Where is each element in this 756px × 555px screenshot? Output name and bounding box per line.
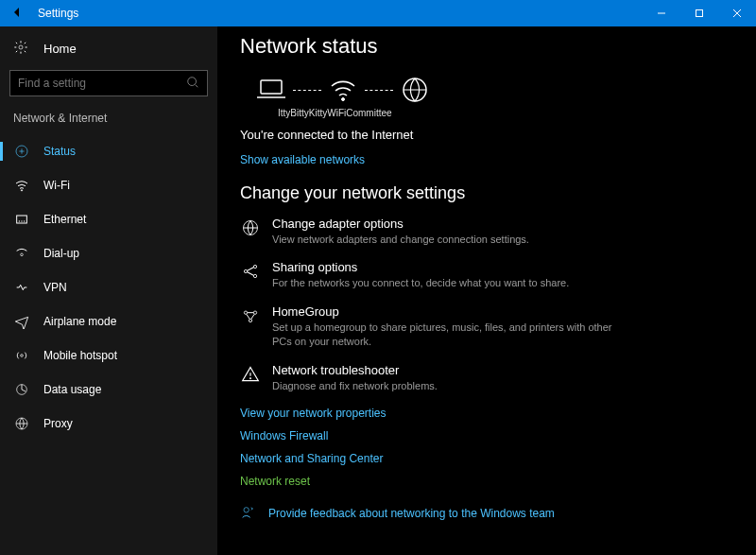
setting-label: Change adapter options — [272, 217, 529, 231]
globe-icon — [399, 76, 431, 104]
network-reset-link[interactable]: Network reset — [236, 475, 737, 488]
setting-troubleshooter[interactable]: Network troubleshooter Diagnose and fix … — [236, 363, 737, 393]
sidebar-item-label: Mobile hotspot — [43, 349, 117, 362]
svg-point-14 — [244, 270, 247, 273]
airplane-icon — [13, 314, 30, 329]
connection-line — [365, 90, 393, 91]
sidebar: Home Network & Internet Status Wi-Fi E — [0, 26, 217, 555]
svg-point-2 — [188, 77, 197, 85]
setting-label: Sharing options — [272, 260, 569, 274]
firewall-link[interactable]: Windows Firewall — [236, 429, 737, 442]
titlebar: Settings — [0, 0, 756, 26]
connection-line — [293, 90, 321, 91]
home-label: Home — [43, 42, 77, 56]
close-button[interactable] — [718, 0, 756, 26]
search-box[interactable] — [9, 70, 208, 96]
sidebar-item-hotspot[interactable]: Mobile hotspot — [0, 338, 217, 373]
svg-point-16 — [253, 275, 256, 278]
warning-icon — [240, 363, 261, 393]
sidebar-item-datausage[interactable]: Data usage — [0, 373, 217, 407]
main-content: Network status IttyBittyKittyWiFiCommitt… — [217, 26, 756, 555]
section-title-change-settings: Change your network settings — [236, 183, 737, 203]
sidebar-item-label: Wi-Fi — [43, 179, 70, 192]
search-input[interactable] — [18, 77, 186, 90]
svg-point-18 — [253, 311, 256, 314]
view-properties-link[interactable]: View your network properties — [236, 407, 737, 420]
setting-desc: Set up a homegroup to share pictures, mu… — [272, 321, 612, 350]
feedback-link[interactable]: Provide feedback about networking to the… — [265, 507, 555, 520]
sharing-center-link[interactable]: Network and Sharing Center — [236, 452, 737, 465]
status-icon — [13, 144, 30, 159]
svg-point-7 — [21, 355, 24, 357]
svg-rect-5 — [17, 216, 27, 223]
window-title: Settings — [34, 7, 643, 20]
ethernet-icon — [13, 212, 30, 227]
sidebar-item-label: Ethernet — [43, 213, 86, 226]
svg-point-11 — [342, 98, 345, 101]
window-controls — [643, 0, 756, 26]
sidebar-section-header: Network & Internet — [0, 106, 217, 134]
back-button[interactable] — [0, 6, 34, 22]
feedback-row: Provide feedback about networking to the… — [236, 505, 737, 523]
svg-rect-0 — [696, 10, 703, 17]
setting-homegroup[interactable]: HomeGroup Set up a homegroup to share pi… — [236, 304, 737, 350]
show-networks-link[interactable]: Show available networks — [236, 153, 737, 166]
svg-point-6 — [21, 253, 24, 256]
sidebar-item-status[interactable]: Status — [0, 134, 217, 168]
svg-point-19 — [249, 319, 251, 321]
sidebar-item-airplane[interactable]: Airplane mode — [0, 304, 217, 338]
svg-point-1 — [19, 45, 23, 49]
sharing-icon — [240, 260, 261, 290]
sidebar-item-label: Dial-up — [43, 247, 79, 260]
setting-desc: Diagnose and fix network problems. — [272, 379, 438, 393]
setting-desc: For the networks you connect to, decide … — [272, 276, 569, 290]
svg-point-4 — [21, 190, 22, 191]
sidebar-item-wifi[interactable]: Wi-Fi — [0, 168, 217, 202]
sidebar-item-label: Airplane mode — [43, 315, 116, 328]
globe-icon — [240, 217, 261, 247]
homegroup-icon — [240, 304, 261, 350]
feedback-icon — [240, 505, 255, 523]
dialup-icon — [13, 246, 30, 261]
network-diagram — [255, 76, 737, 104]
sidebar-item-proxy[interactable]: Proxy — [0, 407, 217, 441]
setting-adapter-options[interactable]: Change adapter options View network adap… — [236, 217, 737, 247]
sidebar-item-dialup[interactable]: Dial-up — [0, 236, 217, 270]
laptop-icon — [255, 76, 287, 104]
setting-label: HomeGroup — [272, 304, 612, 319]
hotspot-icon — [13, 348, 30, 363]
svg-point-20 — [249, 377, 250, 378]
minimize-button[interactable] — [643, 0, 680, 26]
wifi-name-label: IttyBittyKittyWiFiCommittee — [278, 108, 737, 118]
sidebar-item-vpn[interactable]: VPN — [0, 270, 217, 304]
datausage-icon — [13, 382, 30, 397]
home-button[interactable]: Home — [0, 30, 217, 66]
gear-icon — [13, 40, 30, 58]
sidebar-item-ethernet[interactable]: Ethernet — [0, 202, 217, 236]
sidebar-item-label: Proxy — [43, 417, 73, 430]
proxy-icon — [13, 416, 30, 431]
setting-desc: View network adapters and change connect… — [272, 233, 529, 247]
setting-sharing-options[interactable]: Sharing options For the networks you con… — [236, 260, 737, 290]
sidebar-item-label: Status — [43, 145, 76, 158]
svg-point-17 — [244, 311, 247, 314]
connection-status: You're connected to the Internet — [236, 128, 737, 142]
svg-point-15 — [253, 266, 256, 269]
setting-label: Network troubleshooter — [272, 363, 438, 377]
sidebar-item-label: Data usage — [43, 383, 101, 396]
sidebar-item-label: VPN — [43, 281, 67, 294]
svg-rect-10 — [261, 80, 282, 94]
wifi-router-icon — [327, 76, 359, 104]
vpn-icon — [13, 280, 30, 295]
page-title: Network status — [236, 34, 737, 59]
maximize-button[interactable] — [680, 0, 718, 26]
wifi-icon — [13, 178, 30, 193]
search-icon — [186, 76, 199, 92]
svg-point-21 — [244, 508, 249, 512]
